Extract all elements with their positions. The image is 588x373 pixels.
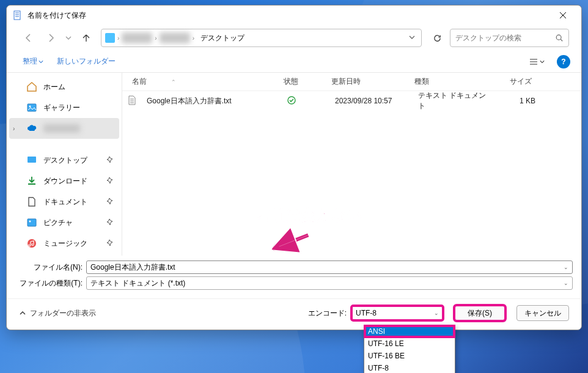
pin-icon: [106, 177, 113, 186]
filename-input[interactable]: Google日本語入力辞書.txt ⌄: [86, 260, 573, 274]
address-bar[interactable]: › › › デスクトップ: [101, 29, 422, 47]
encoding-dropdown-list: ANSI UTF-16 LE UTF-16 BE UTF-8 UTF-8 (BO…: [364, 325, 455, 373]
pin-icon: [106, 198, 113, 207]
svg-point-12: [29, 106, 31, 108]
forward-button[interactable]: [41, 29, 61, 46]
sidebar: ホーム ギャラリー › デスクトップ ダウンロード: [7, 73, 122, 256]
titlebar: 名前を付けて保存: [7, 6, 581, 25]
file-name: Google日本語入力辞書.txt: [142, 94, 282, 109]
toolbar: 整理 新しいフォルダー ?: [7, 51, 581, 73]
cloud-icon: [26, 123, 37, 134]
svg-rect-0: [14, 11, 20, 20]
sidebar-item-downloads[interactable]: ダウンロード: [9, 171, 119, 191]
chevron-down-icon: ⌄: [434, 310, 439, 316]
pictures-icon: [26, 217, 37, 228]
filetype-label: ファイルの種類(T):: [15, 278, 83, 289]
column-date[interactable]: 更新日時: [326, 74, 410, 89]
breadcrumb-seg-desktop[interactable]: デスクトップ: [197, 31, 248, 46]
column-status[interactable]: 状態: [279, 74, 326, 89]
sidebar-item-desktop[interactable]: デスクトップ: [9, 150, 119, 171]
svg-rect-13: [28, 157, 36, 163]
sidebar-item-music[interactable]: ミュージック: [9, 233, 119, 254]
encoding-option-ansi[interactable]: ANSI: [364, 325, 455, 338]
search-placeholder: デスクトップの検索: [455, 33, 555, 43]
breadcrumb-seg-1[interactable]: [160, 32, 190, 43]
svg-point-6: [556, 35, 561, 40]
refresh-button[interactable]: [427, 29, 447, 47]
pin-icon: [106, 239, 113, 248]
desktop-icon: [26, 155, 37, 166]
encoding-option-utf16be[interactable]: UTF-16 BE: [364, 350, 455, 362]
bottom-bar: フォルダーの非表示 エンコード: UTF-8 ⌄ 保存(S) キャンセル: [7, 298, 581, 330]
download-icon: [26, 175, 37, 186]
file-list-area: 名前 ⌃ 状態 更新日時 種類 サイズ Google日本語入力辞書.txt 20…: [122, 73, 581, 256]
pin-icon: [106, 156, 113, 165]
location-icon: [105, 33, 115, 43]
navbar: › › › デスクトップ デスクトップの検索: [7, 25, 581, 51]
breadcrumb-seg-0[interactable]: [122, 32, 152, 43]
filename-label: ファイル名(N):: [15, 262, 83, 273]
chevron-down-icon[interactable]: ⌄: [564, 264, 568, 270]
sidebar-item-documents[interactable]: ドキュメント: [9, 191, 119, 212]
svg-line-22: [279, 226, 309, 257]
notepad-icon: [13, 10, 23, 20]
chevron-down-icon: ⌄: [564, 280, 568, 286]
sidebar-item-gallery[interactable]: ギャラリー: [9, 97, 119, 118]
music-icon: [26, 238, 37, 249]
file-size: 1 KB: [491, 94, 540, 108]
new-folder-button[interactable]: 新しいフォルダー: [52, 54, 120, 69]
save-as-dialog: 名前を付けて保存 › › › デスクトップ デスクトップの検索: [6, 5, 582, 330]
column-name[interactable]: 名前 ⌃: [127, 74, 279, 89]
save-button[interactable]: 保存(S): [454, 305, 505, 321]
search-icon: [555, 34, 564, 42]
file-row[interactable]: Google日本語入力辞書.txt 2023/09/28 10:57 テキスト …: [122, 91, 581, 111]
home-icon: [26, 81, 37, 92]
chevron-down-icon[interactable]: [409, 34, 415, 42]
chevron-right-icon: ›: [193, 35, 194, 42]
column-type[interactable]: 種類: [410, 74, 488, 89]
svg-line-7: [560, 39, 562, 41]
column-headers: 名前 ⌃ 状態 更新日時 種類 サイズ: [122, 73, 581, 91]
encoding-dropdown[interactable]: UTF-8 ⌄: [351, 306, 443, 320]
document-icon: [26, 196, 37, 207]
sidebar-item-home[interactable]: ホーム: [9, 76, 119, 97]
file-date: 2023/09/28 10:57: [330, 94, 413, 108]
svg-point-15: [29, 221, 31, 223]
chevron-up-icon: [19, 309, 26, 317]
hide-folders-button[interactable]: フォルダーの非表示: [19, 308, 96, 319]
chevron-right-icon[interactable]: ›: [13, 125, 15, 132]
chevron-right-icon: ›: [117, 35, 119, 42]
dialog-body: ホーム ギャラリー › デスクトップ ダウンロード: [7, 73, 581, 256]
encoding-option-utf16le[interactable]: UTF-16 LE: [364, 338, 455, 350]
gallery-icon: [26, 102, 37, 113]
chevron-down-icon: [39, 59, 43, 64]
text-file-icon: [127, 95, 138, 107]
file-status: [282, 94, 330, 109]
cancel-button[interactable]: キャンセル: [516, 305, 569, 321]
back-button[interactable]: [19, 29, 39, 46]
sidebar-item-onedrive[interactable]: ›: [9, 118, 119, 139]
help-button[interactable]: ?: [557, 55, 570, 68]
svg-rect-14: [28, 219, 36, 226]
svg-point-16: [28, 239, 36, 248]
file-type: テキスト ドキュメント: [413, 88, 491, 114]
chevron-right-icon: ›: [155, 35, 156, 42]
sort-indicator-icon: ⌃: [171, 79, 176, 85]
annotation-text: 名前は変えない: [257, 205, 362, 225]
pin-icon: [106, 218, 113, 227]
svg-rect-11: [28, 104, 36, 111]
encoding-option-utf8[interactable]: UTF-8: [364, 362, 455, 373]
view-options-button[interactable]: [526, 53, 547, 70]
check-icon: [287, 98, 296, 106]
up-button[interactable]: [76, 29, 96, 46]
chevron-down-icon: [540, 59, 545, 64]
search-input[interactable]: デスクトップの検索: [450, 29, 569, 47]
organize-button[interactable]: 整理: [18, 54, 48, 69]
filetype-dropdown[interactable]: テキスト ドキュメント (*.txt) ⌄: [86, 276, 573, 290]
sidebar-item-pictures[interactable]: ピクチャ: [9, 212, 119, 233]
encoding-label: エンコード:: [308, 308, 347, 319]
window-title: 名前を付けて保存: [28, 10, 551, 21]
close-button[interactable]: [551, 6, 575, 24]
history-chevron-icon[interactable]: [63, 29, 74, 46]
column-size[interactable]: サイズ: [488, 74, 537, 89]
